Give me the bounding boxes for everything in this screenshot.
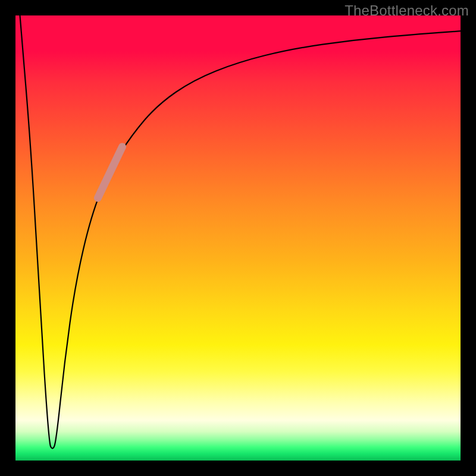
chart-frame: TheBottleneck.com bbox=[0, 0, 476, 476]
plot-area bbox=[15, 15, 461, 461]
curve-layer bbox=[15, 15, 461, 461]
bottleneck-curve bbox=[20, 15, 461, 449]
highlight-segment bbox=[98, 147, 122, 198]
watermark-text: TheBottleneck.com bbox=[345, 2, 469, 19]
